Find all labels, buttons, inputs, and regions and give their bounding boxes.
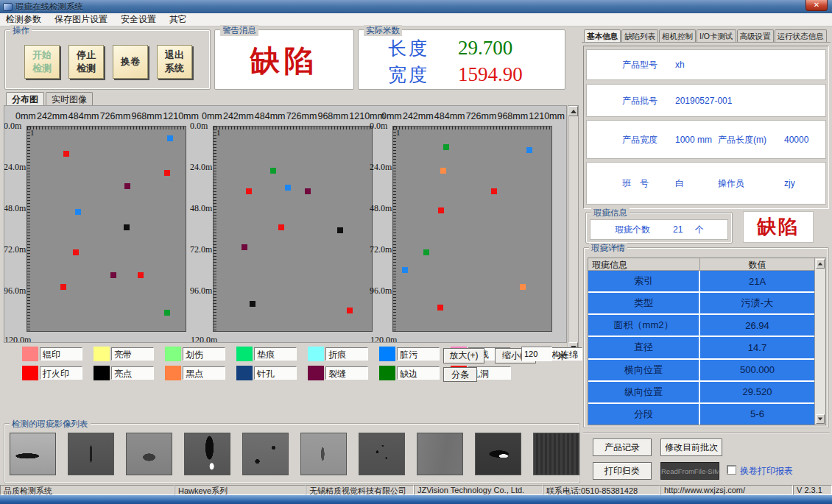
y-tick-label: 24.0m: [190, 162, 212, 173]
field-value: 1000 mm: [675, 135, 712, 145]
read-from-file-button[interactable]: ReadFromFile-SIM: [660, 462, 719, 480]
menu-item-其它[interactable]: 其它: [169, 13, 187, 26]
legend-item: 亮点: [94, 365, 165, 380]
legend-swatch: [165, 347, 181, 361]
tab-相机控制[interactable]: 相机控制: [659, 29, 696, 43]
close-button[interactable]: ✕: [805, 0, 828, 11]
tab-基本信息[interactable]: 基本信息: [584, 29, 621, 43]
defect-thumbnail[interactable]: [10, 433, 56, 475]
tab-运行状态信息[interactable]: 运行状态信息: [775, 29, 827, 43]
defect-point[interactable]: [285, 185, 291, 191]
table-row[interactable]: 面积（mm2）26.94: [588, 315, 814, 337]
defect-point[interactable]: [423, 249, 429, 255]
defect-point[interactable]: [278, 224, 284, 230]
tab-分布图[interactable]: 分布图: [6, 92, 44, 105]
scroll-down-icon[interactable]: [816, 414, 825, 424]
chart-vertical-scrollbar[interactable]: [568, 105, 579, 353]
defect-point[interactable]: [110, 272, 116, 278]
table-row[interactable]: 横向位置500.000: [588, 360, 814, 382]
defect-point[interactable]: [73, 249, 79, 255]
print-classify-button[interactable]: 打印归类: [593, 462, 652, 480]
x-axis-labels: 0mm242mm484mm726mm968mm1210mm: [381, 111, 565, 121]
scroll-up-icon[interactable]: [816, 259, 825, 269]
x-tick-label: 484mm: [255, 111, 286, 121]
defect-point[interactable]: [124, 183, 130, 189]
x-tick-label: 0mm: [381, 111, 402, 121]
defect-thumbnail[interactable]: [184, 433, 230, 475]
windows-taskbar[interactable]: [0, 495, 832, 504]
defect-thumbnail[interactable]: [300, 433, 347, 475]
tab-I/O卡测试[interactable]: I/O卡测试: [697, 29, 736, 43]
defect-point[interactable]: [347, 308, 353, 313]
menu-item-保存图片设置[interactable]: 保存图片设置: [54, 13, 107, 26]
legend-swatch: [94, 347, 110, 361]
defect-point[interactable]: [305, 188, 311, 194]
defect-point[interactable]: [270, 168, 276, 174]
x-axis-labels: 0mm242mm484mm726mm968mm1210mm: [202, 111, 385, 121]
defect-thumbnail[interactable]: [126, 433, 172, 475]
modify-batch-button[interactable]: 修改目前批次: [660, 439, 722, 456]
exit-system-button[interactable]: 退出 系统: [157, 45, 192, 79]
defect-point[interactable]: [164, 170, 170, 176]
app-icon: [3, 3, 13, 11]
y-tick-label: 0.0m: [370, 121, 392, 132]
meters-input[interactable]: [521, 347, 552, 361]
tab-缺陷列表[interactable]: 缺陷列表: [621, 29, 658, 43]
scroll-up-icon[interactable]: [568, 106, 578, 116]
zoom-in-button[interactable]: 放大(+): [443, 348, 484, 363]
titlebar[interactable]: 瑕疵在线检测系统 ✕: [0, 0, 832, 13]
split-button[interactable]: 分条: [443, 367, 477, 382]
start-detection-button[interactable]: 开始 检测: [24, 45, 60, 79]
menu-item-安全设置[interactable]: 安全设置: [121, 13, 156, 26]
defect-thumbnail[interactable]: [242, 433, 289, 475]
defect-thumbnail[interactable]: [533, 433, 579, 475]
defect-thumbnail[interactable]: [68, 433, 114, 475]
defect-point[interactable]: [440, 168, 446, 174]
defect-point[interactable]: [402, 267, 408, 273]
tab-实时图像[interactable]: 实时图像: [46, 92, 93, 105]
defect-point[interactable]: [138, 272, 144, 278]
table-row[interactable]: 直径14.7: [588, 337, 814, 359]
field-label: 产品宽度: [622, 133, 658, 146]
defect-point[interactable]: [63, 151, 69, 157]
defect-point[interactable]: [75, 209, 81, 215]
defect-point[interactable]: [246, 188, 252, 194]
table-row[interactable]: 类型污渍-大: [588, 293, 814, 315]
defect-point[interactable]: [491, 188, 497, 194]
defect-point[interactable]: [437, 305, 443, 310]
y-tick-label: 96.0m: [190, 285, 212, 297]
defect-point[interactable]: [124, 224, 130, 230]
change-roll-button[interactable]: 换卷: [113, 45, 148, 79]
table-row[interactable]: 索引21A: [588, 271, 814, 293]
defect-thumbnail[interactable]: [359, 433, 405, 475]
field-value: 白: [675, 177, 684, 190]
tab-高级设置[interactable]: 高级设置: [737, 29, 774, 43]
defect-point[interactable]: [438, 207, 444, 213]
defect-point[interactable]: [167, 135, 173, 141]
defect-info-title: 瑕疵信息: [591, 207, 630, 219]
defect-point[interactable]: [520, 284, 526, 290]
defect-point[interactable]: [242, 244, 247, 250]
y-tick-label: 72.0m: [4, 244, 26, 255]
defect-thumbnail[interactable]: [475, 433, 521, 475]
defect-point[interactable]: [526, 147, 532, 153]
defect-point[interactable]: [250, 301, 255, 307]
menu-item-检测参数[interactable]: 检测参数: [6, 13, 41, 26]
table-row[interactable]: 纵向位置29.520: [588, 382, 814, 404]
stop-detection-button[interactable]: 停止 检测: [68, 45, 104, 79]
defect-point[interactable]: [60, 284, 66, 290]
x-tick-label: 0mm: [15, 111, 36, 121]
product-record-button[interactable]: 产品记录: [593, 439, 652, 456]
defect-point[interactable]: [337, 227, 343, 233]
defect-point[interactable]: [164, 310, 170, 316]
legend-item: 缺边: [379, 365, 451, 380]
defect-thumbnail[interactable]: [417, 433, 463, 475]
defect-point[interactable]: [443, 144, 449, 150]
roll-print-checkbox[interactable]: [727, 466, 736, 474]
table-row[interactable]: 分段5-6: [588, 404, 814, 425]
legend-label: 针孔: [254, 366, 297, 380]
table-scrollbar[interactable]: [814, 258, 825, 425]
x-tick-label: 968mm: [131, 111, 162, 121]
status-segment: 联系电话:0510-85381428: [543, 485, 660, 495]
product-info-row: 产品批号20190527-001: [586, 84, 826, 117]
